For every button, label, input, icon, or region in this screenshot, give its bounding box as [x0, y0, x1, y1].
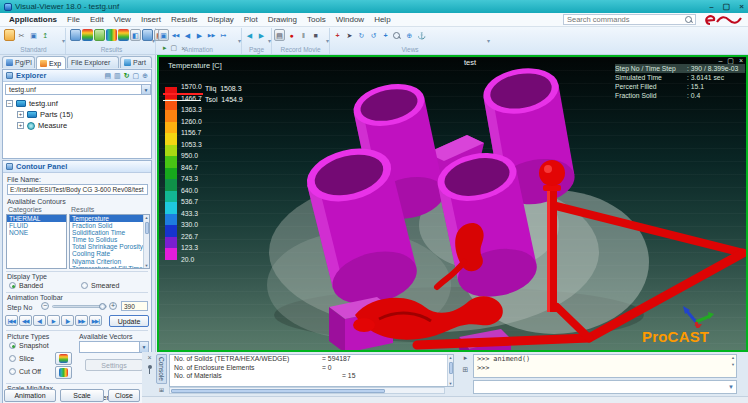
list-item[interactable]: Solidification Time	[70, 229, 143, 236]
settings-button[interactable]: Settings	[85, 359, 143, 371]
menu-view[interactable]: View	[109, 13, 136, 27]
iso-surface-icon[interactable]	[94, 29, 105, 41]
menu-file[interactable]: File	[62, 13, 85, 27]
menu-drawing[interactable]: Drawing	[263, 13, 302, 27]
expand-all-icon[interactable]: ⊕	[142, 72, 148, 80]
list-item[interactable]: Time to Solidus	[70, 236, 143, 243]
step-back-icon[interactable]: ◀	[182, 29, 193, 41]
python-scrollbar[interactable]: ▲ ▼	[730, 355, 736, 377]
vector-plot-icon[interactable]	[118, 29, 129, 41]
open-folder-icon[interactable]	[4, 29, 15, 41]
results-scrollbar[interactable]: ▲ ▼	[143, 215, 149, 268]
list-item[interactable]: Temperature	[70, 215, 143, 222]
contour-bands-icon[interactable]	[82, 29, 93, 41]
pan-view-icon[interactable]: +	[380, 29, 391, 41]
close-panel-button[interactable]: Close	[108, 389, 140, 402]
menu-edit[interactable]: Edit	[85, 13, 109, 27]
list-item[interactable]: Cooling Rate	[70, 250, 143, 257]
play-icon[interactable]: ▶	[194, 29, 205, 41]
list-item[interactable]: NONE	[7, 229, 66, 236]
file-name-field[interactable]: E:/Installs/ESI/Test/Body CG 3-600 Rev08…	[7, 184, 148, 195]
export-animation-icon[interactable]: ↦	[218, 29, 229, 41]
select-pointer-icon[interactable]: ➤	[344, 29, 355, 41]
menu-insert[interactable]: Insert	[136, 13, 166, 27]
group-overflow-icon[interactable]: ▾	[487, 37, 490, 44]
group-overflow-icon[interactable]: ▾	[238, 37, 241, 44]
play-button[interactable]: ▶	[47, 315, 60, 326]
snapshot-radio[interactable]: Snapshot	[9, 342, 49, 349]
console-tab[interactable]: Console	[156, 354, 167, 384]
scroll-down-icon[interactable]: ▼	[449, 381, 453, 386]
go-last-button[interactable]: ▶▶|	[89, 315, 102, 326]
scroll-up-icon[interactable]: ▲	[145, 215, 149, 220]
menu-plot[interactable]: Plot	[239, 13, 263, 27]
menu-tools[interactable]: Tools	[302, 13, 331, 27]
results-list[interactable]: Temperature Fraction Solid Solidificatio…	[69, 214, 150, 269]
title-bar[interactable]: Visual-Viewer 18.0 - testg.unf – ▢ ×	[0, 0, 748, 13]
group-overflow-icon[interactable]: ▾	[326, 37, 329, 44]
orbit-view-icon[interactable]: ↺	[368, 29, 379, 41]
tab-exp[interactable]: Exp	[36, 56, 66, 69]
result-list-icon[interactable]	[70, 29, 81, 41]
console-output[interactable]: No. of Solids (TETRA/HEXA/WEDGE) = 59418…	[169, 354, 454, 387]
pause-icon[interactable]: ‖	[298, 29, 309, 41]
animation-button[interactable]: Animation	[4, 389, 56, 402]
dock-restore-icon[interactable]: ▢	[171, 44, 178, 52]
step-value-field[interactable]: 390	[121, 301, 148, 311]
tab-part[interactable]: Part	[120, 56, 152, 68]
console-hscrollbar[interactable]	[169, 387, 445, 394]
copy-icon[interactable]: ▣	[28, 29, 39, 41]
scroll-down-icon[interactable]: ▼	[731, 362, 735, 367]
fringe-plot-icon[interactable]	[106, 29, 117, 41]
fit-view-icon[interactable]: ⊕	[404, 29, 415, 41]
step-increment-icon[interactable]: +	[109, 302, 117, 310]
update-button[interactable]: Update	[109, 315, 149, 327]
search-icon[interactable]	[684, 15, 693, 24]
dock-close-icon[interactable]: ×	[181, 45, 185, 52]
anchor-view-icon[interactable]: ⚓	[416, 29, 427, 41]
combo-arrow-icon[interactable]: ▼	[139, 342, 148, 352]
frame-setup-icon[interactable]: ▣	[158, 29, 169, 41]
expand-icon[interactable]: +	[17, 122, 24, 129]
new-window-icon[interactable]: ▢	[133, 72, 140, 80]
cut-plane-icon[interactable]: ◧	[130, 29, 141, 41]
slice-radio[interactable]: Slice	[9, 355, 34, 362]
scroll-down-icon[interactable]: ▼	[145, 263, 149, 268]
console-pin-icon[interactable]	[147, 365, 153, 374]
list-item[interactable]: FLUID	[7, 222, 66, 229]
run-command-icon[interactable]: ▸	[464, 354, 468, 362]
list-item[interactable]: THERMAL	[7, 215, 66, 222]
step-slider-thumb[interactable]	[99, 303, 106, 310]
stop-icon[interactable]: ■	[310, 29, 321, 41]
vectors-combo[interactable]: ▼	[79, 341, 149, 353]
filter-icon[interactable]: ▤	[104, 72, 111, 80]
step-decrement-icon[interactable]: −	[41, 302, 49, 310]
smeared-radio[interactable]: Smeared	[81, 282, 119, 289]
rotate-view-icon[interactable]: ↻	[356, 29, 367, 41]
menu-applications[interactable]: Applications	[4, 13, 62, 27]
refresh-icon[interactable]: ↻	[124, 72, 130, 80]
scale-button[interactable]: Scale	[60, 389, 104, 402]
next-page-icon[interactable]: ▶	[256, 29, 267, 41]
dock-float-icon[interactable]: ▸	[163, 44, 167, 52]
zoom-window-icon[interactable]	[392, 29, 403, 41]
axes-triad-icon[interactable]: +	[332, 29, 343, 41]
menu-help[interactable]: Help	[369, 13, 395, 27]
scroll-up-icon[interactable]: ▲	[731, 355, 735, 360]
collapse-icon[interactable]: −	[6, 100, 13, 107]
record-icon[interactable]: ●	[286, 29, 297, 41]
slice-tool-button[interactable]	[55, 352, 72, 365]
model-selector-combo[interactable]: testg.unf ▼	[5, 84, 151, 95]
menu-results[interactable]: Results	[166, 13, 203, 27]
step-forward-button[interactable]: |▶	[61, 315, 74, 326]
console-close-icon[interactable]: ×	[147, 354, 151, 361]
categories-list[interactable]: THERMAL FLUID NONE	[6, 214, 67, 269]
tree-item-measure[interactable]: + Measure	[6, 120, 73, 131]
python-command-input[interactable]: ▼	[473, 380, 737, 394]
go-first-button[interactable]: |◀◀	[5, 315, 18, 326]
import-icon[interactable]: ↥	[40, 29, 51, 41]
combo-arrow-icon[interactable]: ▼	[141, 85, 150, 94]
group-overflow-icon[interactable]: ▾	[152, 37, 155, 44]
python-console-output[interactable]: >>> animend() >>> ▲ ▼	[473, 354, 737, 378]
list-item[interactable]: Total Shrinkage Porosity	[70, 243, 143, 250]
